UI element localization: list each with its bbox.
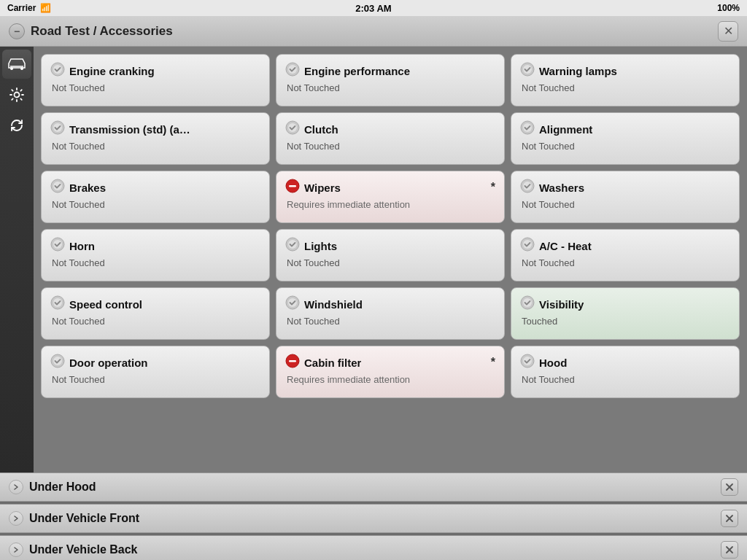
item-title-engine-cranking: Engine cranking bbox=[69, 65, 155, 77]
item-header-clutch: Clutch bbox=[285, 120, 495, 138]
status-bar: Carrier 📶 2:03 AM 100% bbox=[0, 0, 747, 16]
item-title-alignment: Alignment bbox=[539, 123, 592, 136]
close-button[interactable]: ✕ bbox=[718, 21, 738, 42]
section-label-under-hood: Under Hood bbox=[29, 481, 96, 494]
status-left: Carrier 📶 bbox=[7, 3, 51, 13]
svg-rect-36 bbox=[289, 360, 296, 362]
item-status-clutch: Not Touched bbox=[285, 141, 495, 152]
item-card-speed-control[interactable]: Speed controlNot Touched bbox=[41, 287, 270, 340]
item-card-wipers[interactable]: Wipers*Requires immediate attention bbox=[276, 171, 505, 223]
item-title-engine-performance: Engine performance bbox=[304, 65, 410, 77]
item-card-engine-performance[interactable]: Engine performanceNot Touched bbox=[276, 54, 505, 106]
sidebar-item-refresh[interactable] bbox=[2, 111, 31, 140]
bottom-sections: Under HoodUnder Vehicle FrontUnder Vehic… bbox=[0, 472, 747, 560]
sidebar-item-settings[interactable] bbox=[2, 80, 31, 109]
item-title-ac-heat: A/C - Heat bbox=[539, 240, 592, 252]
item-card-ac-heat[interactable]: A/C - HeatNot Touched bbox=[511, 229, 740, 281]
item-status-door-operation: Not Touched bbox=[50, 374, 260, 385]
item-header-engine-cranking: Engine cranking bbox=[50, 62, 260, 79]
section-label-under-vehicle-back: Under Vehicle Back bbox=[29, 543, 138, 556]
item-header-lights: Lights bbox=[285, 237, 495, 254]
section-close-under-vehicle-back[interactable] bbox=[721, 541, 738, 559]
item-asterisk-cabin-filter: * bbox=[491, 356, 495, 369]
section-left-under-vehicle-back: Under Vehicle Back bbox=[9, 542, 138, 557]
item-asterisk-wipers: * bbox=[491, 181, 495, 194]
item-title-door-operation: Door operation bbox=[69, 357, 148, 369]
check-icon bbox=[50, 179, 65, 196]
item-title-lights: Lights bbox=[304, 240, 337, 252]
item-title-windshield: Windshield bbox=[304, 298, 363, 311]
section-close-under-hood[interactable] bbox=[721, 478, 738, 496]
item-status-cabin-filter: Requires immediate attention bbox=[285, 374, 495, 385]
item-title-hood: Hood bbox=[539, 357, 567, 369]
carrier-label: Carrier bbox=[7, 3, 36, 13]
item-card-alignment[interactable]: AlignmentNot Touched bbox=[511, 112, 740, 165]
check-icon bbox=[520, 179, 535, 196]
item-card-engine-cranking[interactable]: Engine crankingNot Touched bbox=[41, 54, 270, 106]
item-card-brakes[interactable]: BrakesNot Touched bbox=[41, 171, 270, 223]
item-header-washers: Washers bbox=[520, 179, 730, 196]
item-status-hood: Not Touched bbox=[520, 374, 730, 385]
item-card-windshield[interactable]: WindshieldNot Touched bbox=[276, 287, 505, 340]
item-card-transmission[interactable]: Transmission (std) (a…Not Touched bbox=[41, 112, 270, 165]
item-header-transmission: Transmission (std) (a… bbox=[50, 120, 260, 138]
wifi-icon: 📶 bbox=[40, 3, 51, 13]
chevron-icon-under-hood bbox=[9, 480, 23, 494]
item-title-speed-control: Speed control bbox=[69, 298, 142, 311]
item-status-brakes: Not Touched bbox=[50, 199, 260, 210]
item-status-speed-control: Not Touched bbox=[50, 316, 260, 327]
item-header-engine-performance: Engine performance bbox=[285, 62, 495, 79]
check-icon bbox=[50, 295, 65, 313]
check-icon bbox=[285, 62, 300, 79]
check-icon bbox=[50, 237, 65, 254]
title-bar-left: − Road Test / Accessories bbox=[9, 23, 173, 39]
item-title-visibility: Visibility bbox=[539, 298, 584, 311]
item-card-hood[interactable]: HoodNot Touched bbox=[511, 346, 740, 398]
item-status-alignment: Not Touched bbox=[520, 141, 730, 152]
item-header-cabin-filter: Cabin filter* bbox=[285, 354, 495, 371]
check-icon bbox=[285, 120, 300, 138]
item-header-wipers: Wipers* bbox=[285, 179, 495, 196]
item-card-visibility[interactable]: VisibilityTouched bbox=[511, 287, 740, 340]
item-title-brakes: Brakes bbox=[69, 182, 106, 194]
section-row-under-hood[interactable]: Under Hood bbox=[0, 472, 747, 502]
item-title-clutch: Clutch bbox=[304, 123, 338, 136]
time-label: 2:03 AM bbox=[355, 3, 391, 14]
item-card-warning-lamps[interactable]: Warning lampsNot Touched bbox=[511, 54, 740, 106]
item-card-washers[interactable]: WashersNot Touched bbox=[511, 171, 740, 223]
section-row-under-vehicle-back[interactable]: Under Vehicle Back bbox=[0, 535, 747, 560]
item-status-washers: Not Touched bbox=[520, 199, 730, 210]
item-card-door-operation[interactable]: Door operationNot Touched bbox=[41, 346, 270, 398]
sidebar-item-car[interactable] bbox=[2, 50, 31, 79]
status-right: 100% bbox=[717, 3, 740, 13]
section-row-under-vehicle-front[interactable]: Under Vehicle Front bbox=[0, 504, 747, 533]
chevron-icon-under-vehicle-back bbox=[9, 542, 23, 557]
item-status-ac-heat: Not Touched bbox=[520, 257, 730, 268]
check-icon bbox=[520, 237, 535, 254]
item-status-transmission: Not Touched bbox=[50, 141, 260, 152]
check-icon bbox=[520, 62, 535, 79]
item-header-windshield: Windshield bbox=[285, 295, 495, 313]
item-card-horn[interactable]: HornNot Touched bbox=[41, 229, 270, 281]
check-icon bbox=[50, 354, 65, 371]
item-header-door-operation: Door operation bbox=[50, 354, 260, 371]
item-card-clutch[interactable]: ClutchNot Touched bbox=[276, 112, 505, 165]
main-content: Engine crankingNot Touched Engine perfor… bbox=[0, 47, 747, 472]
minus-button[interactable]: − bbox=[9, 23, 25, 39]
item-title-cabin-filter: Cabin filter bbox=[304, 357, 361, 369]
check-icon bbox=[285, 295, 300, 313]
item-card-cabin-filter[interactable]: Cabin filter*Requires immediate attentio… bbox=[276, 346, 505, 398]
svg-point-1 bbox=[20, 67, 23, 70]
check-icon bbox=[50, 120, 65, 138]
minus-icon bbox=[285, 354, 300, 371]
item-card-lights[interactable]: LightsNot Touched bbox=[276, 229, 505, 281]
item-status-engine-performance: Not Touched bbox=[285, 82, 495, 93]
item-status-engine-cranking: Not Touched bbox=[50, 82, 260, 93]
item-status-warning-lamps: Not Touched bbox=[520, 82, 730, 93]
check-icon bbox=[520, 120, 535, 138]
item-header-horn: Horn bbox=[50, 237, 260, 254]
item-header-speed-control: Speed control bbox=[50, 295, 260, 313]
grid-area: Engine crankingNot Touched Engine perfor… bbox=[34, 47, 747, 472]
check-icon bbox=[520, 295, 535, 313]
section-close-under-vehicle-front[interactable] bbox=[721, 510, 738, 527]
